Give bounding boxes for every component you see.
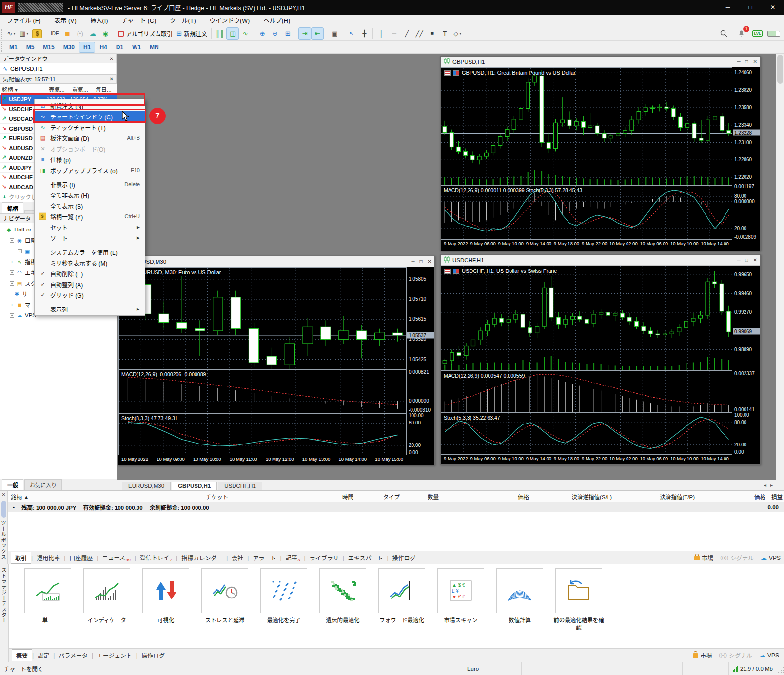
- timeframe-m5[interactable]: M5: [22, 42, 39, 52]
- toolbox-tab-5[interactable]: 指標カレンダー: [177, 552, 226, 563]
- line-chart-icon[interactable]: ∿: [239, 28, 251, 39]
- menu-item-5[interactable]: ウインドウ(W): [203, 15, 257, 26]
- trade-column-5[interactable]: 価格: [442, 493, 532, 501]
- link-シグナル[interactable]: ((•))シグナル: [719, 651, 752, 659]
- navigator-tab-0[interactable]: 一般: [2, 479, 23, 490]
- timeframe-w1[interactable]: W1: [128, 42, 145, 52]
- horizontal-line-icon[interactable]: ─: [388, 28, 400, 39]
- tester-card-8[interactable]: 数値計算: [494, 568, 545, 624]
- maximize-button[interactable]: □: [739, 0, 762, 15]
- toolbox-tab-6[interactable]: 会社: [228, 552, 247, 563]
- trade-column-2[interactable]: 時間: [305, 493, 356, 501]
- symbols-dollar-icon[interactable]: $: [31, 28, 43, 39]
- tester-tab-2[interactable]: パラメータ: [55, 650, 92, 661]
- expand-plus-icon[interactable]: +: [10, 303, 14, 307]
- chart-window-gbpusd[interactable]: GBPUSD,H1─□✕GBPUSD, H1: Great Britain Po…: [440, 56, 761, 251]
- scrollbar-thumb[interactable]: [777, 55, 783, 84]
- price-plot[interactable]: EURUSD, M30: Euro vs US Dollar: [118, 267, 406, 369]
- chart-minimize-button[interactable]: ─: [411, 259, 414, 264]
- context-menu-item-0[interactable]: ⊞新規注文 (N): [35, 100, 145, 111]
- ide-icon[interactable]: IDE: [49, 28, 60, 39]
- context-menu-item-15[interactable]: システムカラーを使用 (L): [35, 247, 145, 257]
- toolbox-tab-0[interactable]: 取引: [11, 552, 31, 564]
- trade-column-0[interactable]: 銘柄 ▲: [8, 493, 203, 501]
- expand-plus-icon[interactable]: +: [18, 249, 22, 253]
- channel-icon[interactable]: ╱╱: [413, 28, 425, 39]
- tester-card-4[interactable]: 最適化を完了: [258, 568, 309, 624]
- scroll-right-icon[interactable]: ▸: [770, 482, 773, 488]
- stoch-plot[interactable]: Stoch(8,3,3) 47.73 49.31: [118, 413, 406, 455]
- objects-icon[interactable]: ◇▾: [451, 28, 463, 39]
- chart-tab-eurusd-m30[interactable]: EURUSD,M30: [122, 482, 171, 490]
- macd-plot[interactable]: MACD(12,26,9) 0.000547 0.000559: [441, 371, 732, 413]
- tester-card-2[interactable]: 可視化: [140, 568, 191, 624]
- market-watch-tab-1[interactable]: [24, 210, 35, 213]
- context-menu-item-21[interactable]: 表示列▶: [35, 304, 145, 314]
- chart-maximize-button[interactable]: □: [745, 59, 748, 64]
- notifications-bell-icon[interactable]: 1: [735, 28, 747, 39]
- vertical-line-icon[interactable]: │: [375, 28, 387, 39]
- chart-shift-icon[interactable]: ⇤: [312, 28, 323, 39]
- tester-tab-3[interactable]: エージェント: [93, 650, 136, 661]
- link-VPS[interactable]: ☁VPS: [761, 554, 781, 561]
- scroll-left-icon[interactable]: ◂: [764, 482, 766, 488]
- trade-column-4[interactable]: 数量: [403, 493, 442, 501]
- chart-maximize-button[interactable]: □: [745, 257, 748, 263]
- link-市場[interactable]: 市場: [694, 554, 713, 562]
- toolbox-tab-1[interactable]: 運用比率: [33, 552, 64, 563]
- market-bag-icon[interactable]: ◼: [61, 28, 73, 39]
- tester-card-5[interactable]: 遺伝的最適化: [317, 568, 368, 624]
- column-header-2[interactable]: 買気...: [70, 85, 94, 93]
- context-menu-item-16[interactable]: ミリ秒を表示する (M): [35, 257, 145, 268]
- community-icon[interactable]: ◉: [99, 28, 111, 39]
- zoom-in-icon[interactable]: ⊕: [256, 28, 268, 39]
- context-menu-item-6[interactable]: ◨ポップアッププライス (o)F10: [35, 165, 145, 175]
- search-icon[interactable]: [718, 28, 729, 39]
- toolbox-tab-3[interactable]: ニュース99: [98, 552, 134, 564]
- context-menu-item-13[interactable]: ソート▶: [35, 232, 145, 243]
- expand-plus-icon[interactable]: +: [10, 281, 14, 286]
- chart-window-usdchf[interactable]: USDCHF,H1─□✕USDCHF, H1: US Dollar vs Swi…: [440, 254, 761, 465]
- trade-column-7[interactable]: 決済指値(T/P): [615, 493, 698, 501]
- menu-item-0[interactable]: ファイル (F): [0, 15, 47, 26]
- chart-type-icon[interactable]: ∿▾: [5, 28, 17, 39]
- indicator-window-icon[interactable]: ▥▾: [18, 28, 30, 39]
- toolbox-scroll-thumb[interactable]: [1, 501, 6, 518]
- crosshair-icon[interactable]: ╋: [358, 28, 370, 39]
- timeframe-h1[interactable]: H1: [79, 42, 95, 52]
- menu-item-2[interactable]: 挿入(I): [83, 15, 115, 26]
- trade-column-1[interactable]: チケット: [203, 493, 305, 501]
- column-header-1[interactable]: 売気...: [47, 85, 70, 93]
- tester-card-0[interactable]: 単一: [22, 568, 73, 624]
- combo-plot[interactable]: MACD(12,26,9) 0.000011 0.000399 Stoch(5,…: [441, 185, 732, 240]
- menu-item-4[interactable]: ツール(T): [163, 15, 202, 26]
- one-click-trading-icon[interactable]: [453, 70, 459, 76]
- cloud-upload-icon[interactable]: ☁: [87, 28, 98, 39]
- fibonacci-icon[interactable]: ≡: [426, 28, 438, 39]
- timeframe-m30[interactable]: M30: [59, 42, 78, 52]
- context-menu-item-8[interactable]: 非表示 (I)Delete: [35, 179, 145, 190]
- close-button[interactable]: ✕: [762, 0, 784, 15]
- timeframe-m1[interactable]: M1: [5, 42, 21, 52]
- column-header-3[interactable]: 毎日...: [94, 85, 115, 93]
- link-シグナル[interactable]: ((•))シグナル: [720, 554, 754, 562]
- context-menu-item-3[interactable]: ▤板注文画面 (D)Alt+B: [35, 133, 145, 143]
- auto-scroll-icon[interactable]: ⇥: [299, 28, 311, 39]
- expand-plus-icon[interactable]: +: [10, 260, 14, 264]
- context-menu-item-18[interactable]: ✓自動整列 (A): [35, 279, 145, 289]
- expand-plus-icon[interactable]: +: [10, 270, 14, 275]
- workspace-scrollbar[interactable]: [776, 54, 784, 490]
- bar-chart-icon[interactable]: ║║: [214, 28, 226, 39]
- tester-tab-0[interactable]: 概要: [12, 649, 32, 661]
- menu-item-3[interactable]: チャート (C): [115, 15, 163, 26]
- tester-card-3[interactable]: ストレスと延滞: [199, 568, 250, 624]
- candlestick-icon[interactable]: ◫: [227, 28, 238, 39]
- algo-trading-button[interactable]: アルゴリズム取引: [117, 28, 174, 39]
- timeframe-h4[interactable]: H4: [96, 42, 111, 52]
- context-menu-item-10[interactable]: 全て表示 (S): [35, 200, 145, 211]
- trade-column-8[interactable]: 価格: [698, 493, 768, 501]
- screenshot-icon[interactable]: ▣: [329, 28, 340, 39]
- chart-close-button[interactable]: ✕: [753, 257, 757, 263]
- macd-plot[interactable]: MACD(12,26,9) -0.000206 -0.000089: [118, 369, 406, 413]
- new-order-button[interactable]: ⊞新規注文: [175, 28, 209, 39]
